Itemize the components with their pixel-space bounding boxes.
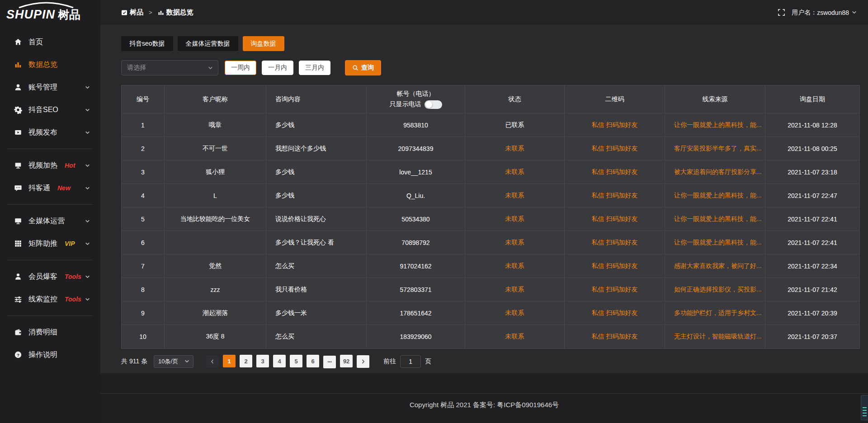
cell-qrcode-link[interactable]: 私信 扫码加好友 [565,301,665,325]
goto-label: 前往 [383,357,396,366]
cell-no: 6 [122,231,165,254]
cell-status: 已联系 [465,113,565,137]
cell-qrcode-link[interactable]: 私信 扫码加好友 [565,254,665,278]
page-number-button[interactable]: 3 [256,355,269,367]
cell-source-link[interactable]: 如何正确选择投影仪，买投影... [665,278,765,301]
cell-source-link[interactable]: 无主灯设计，智能磁吸轨道灯... [665,325,765,348]
monitor-icon [14,216,23,226]
nav-divider [7,204,93,205]
page-number-button[interactable]: 2 [240,355,252,367]
cell-no: 10 [122,325,165,348]
sidebar-item-help[interactable]: ? 操作说明 [0,343,100,366]
cell-source-link[interactable]: 让你一眼就爱上的黑科技，能... [665,231,765,254]
table-row: 9 潮起潮落 多少钱一米 178651642 未联系 私信 扫码加好友 多功能护… [122,301,859,325]
fullscreen-icon[interactable] [778,9,785,16]
tab[interactable]: 抖音seo数据 [121,36,173,51]
table-row: 7 觉然 怎么买 917024162 未联系 私信 扫码加好友 感谢大家喜欢我家… [122,254,859,278]
tab[interactable]: 询盘数据 [243,36,284,51]
prev-page-button[interactable] [206,355,219,368]
next-page-button[interactable] [357,355,369,368]
floating-widget[interactable] [861,395,868,420]
chevron-down-icon [85,163,90,169]
copyright-text: Copyright 树品 2021 备案号: 粤ICP备09019646号 [100,401,868,409]
filter-bar: 请选择 一周内一月内三月内 查询 [121,60,860,75]
user-icon [14,83,23,92]
cell-account: 917024162 [367,254,465,278]
cell-qrcode-link[interactable]: 私信 扫码加好友 [565,137,665,160]
col-header-source: 线索来源 [665,85,765,113]
page-number-button[interactable]: 4 [273,355,286,367]
page-size-value: 10条/页 [158,357,178,366]
page-number-button[interactable]: 6 [307,355,319,367]
cell-qrcode-link[interactable]: 私信 扫码加好友 [565,160,665,184]
username-value: zswodun88 [817,9,849,16]
page-number-button[interactable]: 1 [223,355,236,367]
cell-date: 2021-11-07 21:42 [765,278,859,301]
cell-source-link[interactable]: 让你一眼就爱上的黑科技，能... [665,113,765,137]
sidebar-item-person[interactable]: 会员爆客 Tools [0,265,100,288]
cell-qrcode-link[interactable]: 私信 扫码加好友 [565,207,665,231]
sidebar-item-label: 抖音SEO [28,105,58,115]
logo[interactable]: SHUPIN树品 [0,0,100,26]
breadcrumb-home[interactable]: 树品 [130,8,143,17]
sidebar-item-monitor[interactable]: 全媒体运营 [0,210,100,232]
sidebar-item-video-publish[interactable]: 视频发布 [0,121,100,144]
sidebar-item-tv[interactable]: 视频加热 Hot [0,154,100,177]
tab[interactable]: 全媒体运营数据 [178,36,238,51]
sidebar-item-gear[interactable]: 抖音SEO [0,99,100,121]
sidebar-item-user[interactable]: 账号管理 [0,76,100,99]
pagination-bar: 共 911 条 10条/页 123456•••92 前往 页 [121,355,860,368]
sidebar-item-label: 视频加热 [28,161,57,170]
cell-qrcode-link[interactable]: 私信 扫码加好友 [565,325,665,348]
cell-qrcode-link[interactable]: 私信 扫码加好友 [565,231,665,254]
chevron-down-icon [85,296,90,302]
chevron-down-icon [85,130,90,136]
sidebar-item-wallet[interactable]: 消费明细 [0,321,100,343]
cell-source-link[interactable]: 客厅安装投影半年多了，真实... [665,137,765,160]
page-number-button[interactable]: 5 [290,355,302,367]
cell-qrcode-link[interactable]: 私信 扫码加好友 [565,278,665,301]
user-menu[interactable]: 用户名： zswodun88 [792,9,857,17]
sidebar-item-sliders[interactable]: 线索监控 Tools [0,288,100,310]
phone-only-toggle[interactable] [425,100,442,109]
goto-page-input[interactable] [400,355,421,368]
page-size-select[interactable]: 10条/页 [154,355,193,368]
page-number-button[interactable]: 92 [340,355,353,367]
more-pages-button[interactable]: ••• [323,356,336,368]
cell-content: 怎么买 [266,325,367,348]
period-button[interactable]: 一周内 [225,61,256,75]
chevron-down-icon [208,65,213,71]
video-publish-icon [14,128,23,137]
table-row: 8 zzz 我只看价格 572803371 未联系 私信 扫码加好友 如何正确选… [122,278,859,301]
cell-date: 2021-11-07 22:34 [765,254,859,278]
cell-source-link[interactable]: 让你一眼就爱上的黑科技，能... [665,184,765,207]
sidebar-nav: 首页 数据总览 账号管理 抖音SEO 视频发布 视频加热 Hot [0,26,100,366]
cell-qrcode-link[interactable]: 私信 扫码加好友 [565,184,665,207]
cell-source-link[interactable]: 感谢大家喜欢我家，被问了好... [665,254,765,278]
cell-source-link[interactable]: 被大家追着问的客厅投影分享... [665,160,765,184]
bar-chart-icon [14,60,23,69]
cell-nickname: L [165,184,266,207]
phone-toggle-label: 只显示电话 [390,100,421,108]
cell-account: 572803371 [367,278,465,301]
cell-source-link[interactable]: 让你一眼就爱上的黑科技，能... [665,207,765,231]
main-area: 树品 > 数据总览 用户名： zswodun88 [100,0,868,423]
cell-date: 2021-11-07 22:41 [765,207,859,231]
cell-account: 178651642 [367,301,465,325]
cell-status: 未联系 [465,254,565,278]
period-button[interactable]: 三月内 [299,61,330,75]
cell-qrcode-link[interactable]: 私信 扫码加好友 [565,113,665,137]
sidebar-item-home[interactable]: 首页 [0,31,100,53]
chevron-down-icon [85,107,90,113]
period-button[interactable]: 一月内 [262,61,293,75]
chevron-down-icon [851,9,857,15]
cell-source-link[interactable]: 多功能护栏灯，适用于乡村文... [665,301,765,325]
cell-nickname: zzz [165,278,266,301]
query-button[interactable]: 查询 [345,60,381,75]
sidebar-item-grid[interactable]: 矩阵助推 VIP [0,232,100,255]
sidebar-item-bar-chart[interactable]: 数据总览 [0,53,100,76]
sidebar-item-chat[interactable]: 抖客通 New [0,177,100,199]
bar-chart-icon [158,9,164,16]
nav-divider [7,260,93,260]
filter-select[interactable]: 请选择 [121,60,218,75]
